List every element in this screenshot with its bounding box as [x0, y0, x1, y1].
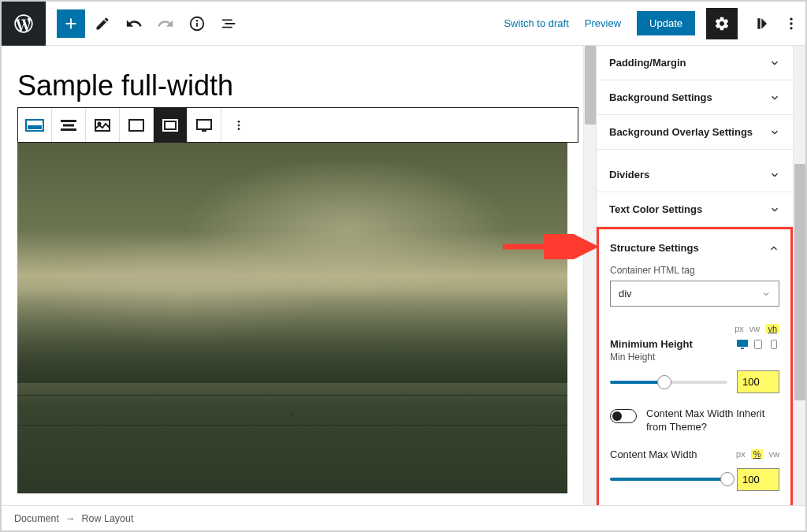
- redo-icon: [151, 9, 180, 38]
- edit-tool-icon[interactable]: [88, 9, 117, 38]
- page-title[interactable]: Sample full-width: [17, 69, 578, 102]
- panel-dividers[interactable]: Dividers: [597, 150, 793, 192]
- svg-rect-15: [166, 123, 174, 128]
- unit-pct[interactable]: %: [751, 449, 764, 459]
- svg-point-2: [197, 20, 198, 20]
- wordpress-logo[interactable]: [2, 2, 46, 46]
- unit-px2[interactable]: px: [736, 449, 746, 459]
- svg-rect-16: [197, 120, 211, 129]
- toolbar-item-border[interactable]: [120, 108, 154, 142]
- unit-vw[interactable]: vw: [749, 324, 760, 333]
- svg-rect-22: [741, 348, 744, 349]
- toolbar-more-icon[interactable]: [221, 108, 255, 142]
- row-layout-block[interactable]: +: [17, 143, 567, 493]
- panel-structure[interactable]: Structure Settings: [610, 237, 779, 265]
- add-inner-block-icon[interactable]: +: [288, 407, 296, 422]
- svg-point-18: [237, 121, 240, 123]
- panel-text-color[interactable]: Text Color Settings: [597, 192, 793, 227]
- container-tag-select[interactable]: div: [610, 281, 779, 307]
- svg-rect-24: [772, 340, 777, 348]
- min-height-input[interactable]: [737, 370, 779, 393]
- svg-point-20: [237, 128, 240, 130]
- unit-px[interactable]: px: [734, 324, 744, 333]
- breadcrumb-document[interactable]: Document: [14, 513, 59, 524]
- svg-rect-10: [61, 128, 76, 131]
- settings-button[interactable]: [706, 8, 738, 39]
- svg-rect-21: [737, 340, 748, 347]
- toolbar-item-image[interactable]: [86, 108, 120, 142]
- update-button[interactable]: Update: [637, 11, 695, 35]
- add-block-button[interactable]: [57, 9, 85, 38]
- min-height-label: Minimium Height: [610, 338, 693, 350]
- info-icon[interactable]: [183, 9, 211, 38]
- device-desktop-icon[interactable]: [737, 339, 748, 350]
- device-tablet-icon[interactable]: [753, 339, 764, 350]
- unit-vw2[interactable]: vw: [769, 449, 779, 459]
- undo-icon[interactable]: [120, 9, 148, 38]
- device-mobile-icon[interactable]: [768, 339, 779, 350]
- svg-rect-8: [61, 120, 76, 122]
- panel-padding[interactable]: Padding/Margin: [597, 46, 793, 80]
- toolbar-item-selected[interactable]: [154, 108, 188, 142]
- panel-background[interactable]: Background Settings: [597, 80, 793, 115]
- svg-point-19: [237, 124, 240, 126]
- canvas-scrollbar[interactable]: [583, 46, 596, 505]
- svg-rect-13: [129, 120, 143, 131]
- preview-link[interactable]: Preview: [585, 17, 621, 29]
- toolbar-item-row[interactable]: [18, 108, 52, 142]
- inherit-width-label: Content Max Width Inherit from Theme?: [646, 407, 779, 434]
- unit-vh[interactable]: vh: [765, 324, 779, 333]
- max-width-slider[interactable]: [610, 478, 727, 481]
- breadcrumb: Document → Row Layout: [2, 505, 805, 530]
- breadcrumb-item[interactable]: Row Layout: [81, 513, 133, 524]
- block-toolbar: [17, 107, 578, 143]
- more-menu-icon[interactable]: [777, 2, 805, 46]
- sidebar-scrollbar[interactable]: [793, 46, 805, 505]
- toolbar-item-align[interactable]: [52, 108, 86, 142]
- switch-draft-link[interactable]: Switch to draft: [504, 17, 568, 29]
- min-height-slider[interactable]: [610, 381, 727, 384]
- svg-point-4: [790, 22, 792, 24]
- svg-rect-23: [755, 340, 762, 348]
- min-height-sublabel: Min Height: [610, 352, 779, 363]
- inspector-sidebar: Padding/Margin Background Settings Backg…: [596, 46, 793, 505]
- svg-rect-7: [28, 125, 42, 129]
- container-tag-label: Container HTML tag: [610, 265, 779, 276]
- max-width-label: Content Max Width: [610, 448, 697, 460]
- outline-icon[interactable]: [214, 9, 243, 38]
- max-width-input[interactable]: [737, 468, 779, 491]
- svg-point-5: [790, 27, 792, 29]
- panel-overlay[interactable]: Background Overlay Settings: [597, 115, 793, 150]
- inherit-width-toggle[interactable]: [610, 409, 637, 423]
- svg-rect-9: [63, 124, 74, 126]
- toolbar-item-device[interactable]: [188, 108, 221, 142]
- kadence-icon[interactable]: [749, 9, 777, 38]
- svg-point-3: [790, 17, 792, 20]
